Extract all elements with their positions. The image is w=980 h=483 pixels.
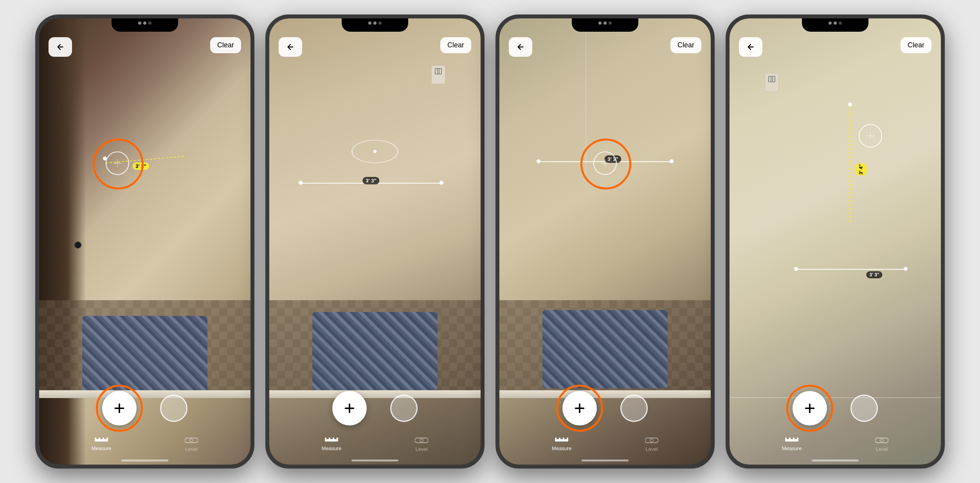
measure-line-h4 bbox=[796, 269, 906, 270]
measure-dot-h-end-4 bbox=[904, 267, 908, 271]
phone-4-screen: 3' 4" 3' 3" Clear bbox=[730, 18, 941, 465]
measurement-label-v4: 3' 4" bbox=[855, 163, 867, 175]
baseboard-2 bbox=[269, 390, 481, 398]
camera-view: 3' 3" bbox=[39, 18, 250, 465]
rug-3 bbox=[542, 310, 668, 388]
notch bbox=[112, 18, 178, 32]
phone-3-screen: 3' 3" Clear bbox=[499, 18, 711, 465]
baseboard bbox=[39, 390, 250, 398]
measure-dot-start-3 bbox=[537, 159, 540, 163]
outlet-2 bbox=[431, 65, 445, 84]
ar-crosshair-3 bbox=[593, 151, 617, 175]
ar-crosshair-4 bbox=[859, 124, 882, 148]
phone-3-body: 3' 3" Clear bbox=[495, 14, 715, 469]
camera-view-2: 3' 3" bbox=[269, 18, 481, 465]
measure-line-v4 bbox=[850, 105, 851, 222]
phone-3: 3' 3" Clear bbox=[495, 14, 715, 469]
phone-2-body: 3' 3" Clear bbox=[265, 14, 485, 469]
measure-dot-end-2 bbox=[440, 181, 443, 185]
door-knob bbox=[74, 242, 81, 249]
notch-4 bbox=[802, 18, 868, 32]
floor-line-4 bbox=[730, 397, 941, 398]
phone-1: 3' 3" Clear bbox=[35, 14, 254, 469]
ar-ellipse-2 bbox=[351, 140, 398, 163]
measure-dot-end-3 bbox=[670, 159, 674, 163]
rug-2 bbox=[312, 312, 438, 390]
measurement-label-h4: 3' 3" bbox=[866, 271, 882, 278]
phone-1-screen: 3' 3" Clear bbox=[39, 18, 250, 465]
ar-crosshair bbox=[106, 151, 129, 175]
phone-2-screen: 3' 3" Clear bbox=[269, 18, 481, 465]
phone-4-body: 3' 4" 3' 3" Clear bbox=[726, 14, 945, 469]
phone-2: 3' 3" Clear bbox=[265, 14, 485, 469]
phone-4: 3' 4" 3' 3" Clear bbox=[726, 14, 945, 469]
camera-view-3: 3' 3" bbox=[499, 18, 711, 465]
measure-dot-top-4 bbox=[848, 103, 852, 106]
notch-2 bbox=[342, 18, 408, 32]
camera-view-4: 3' 4" 3' 3" bbox=[730, 18, 941, 465]
measure-dot-start-2 bbox=[299, 181, 303, 185]
measurement-label-2: 3' 3" bbox=[362, 177, 379, 184]
measure-dot-h-start-4 bbox=[794, 267, 798, 271]
phone-1-body: 3' 3" Clear bbox=[35, 14, 254, 469]
outlet-4 bbox=[765, 73, 779, 92]
measurement-label-1: 3' 3" bbox=[132, 162, 149, 170]
wall-corner-3 bbox=[585, 18, 586, 175]
rug bbox=[82, 316, 207, 394]
baseboard-3 bbox=[499, 390, 711, 398]
notch-3 bbox=[572, 18, 638, 32]
